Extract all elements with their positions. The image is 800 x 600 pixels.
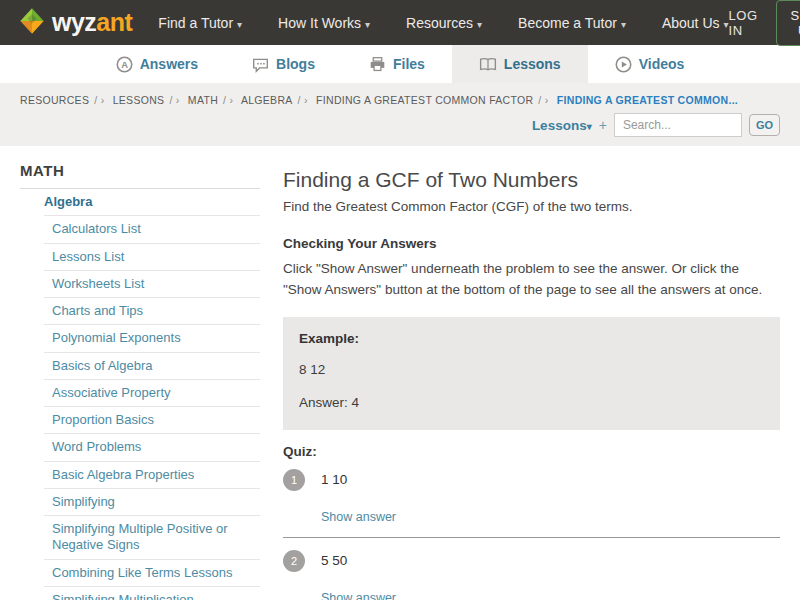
chevron-down-icon: ▾ (621, 19, 626, 30)
sidebar-item-associative-property[interactable]: Associative Property (44, 380, 260, 407)
tab-blogs[interactable]: Blogs (225, 45, 342, 83)
search-filter-dropdown[interactable]: Lessons▾ (532, 118, 592, 133)
files-icon (369, 56, 386, 73)
brand-wordmark: wyzant (52, 10, 132, 35)
wyzant-diamond-icon (18, 7, 46, 39)
sidebar-item-polynomial-exponents[interactable]: Polynomial Exponents (44, 325, 260, 352)
breadcrumb-current[interactable]: FINDING A GREATEST COMMON... (557, 94, 738, 106)
quiz-item-2: 2 5 50 Show answer (283, 550, 780, 600)
sign-up-button[interactable]: SIGN UP (776, 0, 800, 46)
search-bar: Lessons▾ + GO (20, 113, 780, 137)
show-answer-link-2[interactable]: Show answer (321, 591, 396, 600)
plus-icon[interactable]: + (599, 117, 607, 133)
log-in-button[interactable]: LOG IN (729, 8, 758, 38)
wyzant-logo[interactable]: wyzant (18, 7, 132, 39)
page: wyzant Find a Tutor▾ How It Works▾ Resou… (0, 0, 800, 600)
blogs-icon (252, 56, 269, 73)
sidebar-item-charts-and-tips[interactable]: Charts and Tips (44, 298, 260, 325)
tab-answers[interactable]: A Answers (89, 45, 225, 83)
sidebar-item-basics-of-algebra[interactable]: Basics of Algebra (44, 353, 260, 380)
lesson-subtitle: Find the Greatest Common Factor (CGF) of… (283, 199, 780, 214)
menu-resources[interactable]: Resources▾ (406, 15, 482, 31)
videos-icon (615, 56, 632, 73)
sidebar-item-lessons-list[interactable]: Lessons List (44, 244, 260, 271)
quiz-item-1: 1 1 10 Show answer (283, 469, 780, 538)
chevron-down-icon: ▾ (237, 19, 242, 30)
sidebar-item-simplifying-multiplication[interactable]: Simplifying Multiplication (44, 587, 260, 600)
sidebar-item-worksheets-list[interactable]: Worksheets List (44, 271, 260, 298)
menu-about-us[interactable]: About Us▾ (662, 15, 729, 31)
chevron-down-icon: ▾ (587, 121, 592, 132)
lesson-content: Finding a GCF of Two Numbers Find the Gr… (260, 146, 780, 600)
top-menu: Find a Tutor▾ How It Works▾ Resources▾ B… (158, 15, 728, 31)
sidebar-item-proportion-basics[interactable]: Proportion Basics (44, 407, 260, 434)
sidebar-item-basic-algebra-properties[interactable]: Basic Algebra Properties (44, 462, 260, 489)
example-label: Example: (299, 331, 764, 346)
quiz-problem: 1 10 (321, 472, 347, 487)
example-box: Example: 8 12 Answer: 4 (283, 317, 780, 430)
breadcrumb-search-band: RESOURCES/ › LESSONS/ › MATH/ › ALGEBRA/… (0, 83, 800, 146)
breadcrumb-lessons[interactable]: LESSONS (113, 94, 165, 106)
account-actions: LOG IN SIGN UP (729, 0, 800, 46)
chevron-down-icon: ▾ (365, 19, 370, 30)
search-input[interactable] (614, 113, 742, 137)
sidebar: MATH Algebra Calculators List Lessons Li… (20, 146, 260, 600)
quiz-number-badge: 2 (283, 550, 305, 572)
sidebar-item-simplifying[interactable]: Simplifying (44, 489, 260, 516)
show-answer-link-1[interactable]: Show answer (321, 510, 396, 524)
content-area: MATH Algebra Calculators List Lessons Li… (0, 146, 800, 600)
lessons-icon (479, 56, 497, 73)
quiz-problem: 5 50 (321, 553, 347, 568)
top-navigation-bar: wyzant Find a Tutor▾ How It Works▾ Resou… (0, 0, 800, 45)
sidebar-item-calculators-list[interactable]: Calculators List (44, 216, 260, 243)
sidebar-item-algebra[interactable]: Algebra (44, 189, 260, 216)
tab-lessons[interactable]: Lessons (452, 45, 588, 83)
sidebar-item-word-problems[interactable]: Word Problems (44, 434, 260, 461)
checking-answers-heading: Checking Your Answers (283, 236, 780, 251)
example-problem: 8 12 (299, 362, 764, 377)
tab-videos[interactable]: Videos (588, 45, 712, 83)
menu-find-a-tutor[interactable]: Find a Tutor▾ (158, 15, 242, 31)
instructions-text: Click "Show Answer" underneath the probl… (283, 259, 780, 301)
answers-icon: A (116, 56, 133, 73)
menu-how-it-works[interactable]: How It Works▾ (278, 15, 370, 31)
svg-text:A: A (121, 59, 128, 69)
breadcrumb: RESOURCES/ › LESSONS/ › MATH/ › ALGEBRA/… (20, 94, 780, 106)
go-button[interactable]: GO (749, 114, 780, 136)
sidebar-heading: MATH (20, 162, 260, 189)
tab-files[interactable]: Files (342, 45, 452, 83)
breadcrumb-gcf[interactable]: FINDING A GREATEST COMMON FACTOR (316, 94, 533, 106)
chevron-down-icon: ▾ (477, 19, 482, 30)
example-answer: Answer: 4 (299, 395, 764, 410)
breadcrumb-resources[interactable]: RESOURCES (20, 94, 89, 106)
sidebar-item-simplifying-signs[interactable]: Simplifying Multiple Positive or Negativ… (44, 516, 260, 560)
quiz-number-badge: 1 (283, 469, 305, 491)
menu-become-a-tutor[interactable]: Become a Tutor▾ (518, 15, 626, 31)
page-title: Finding a GCF of Two Numbers (283, 168, 780, 192)
sidebar-list: Algebra Calculators List Lessons List Wo… (44, 189, 260, 600)
quiz-heading: Quiz: (283, 444, 780, 459)
breadcrumb-math[interactable]: MATH (188, 94, 218, 106)
resource-tabs: A Answers Blogs Files Lessons V (0, 45, 800, 83)
breadcrumb-algebra[interactable]: ALGEBRA (241, 94, 293, 106)
sidebar-item-combining-like-terms[interactable]: Combining Like Terms Lessons (44, 560, 260, 587)
